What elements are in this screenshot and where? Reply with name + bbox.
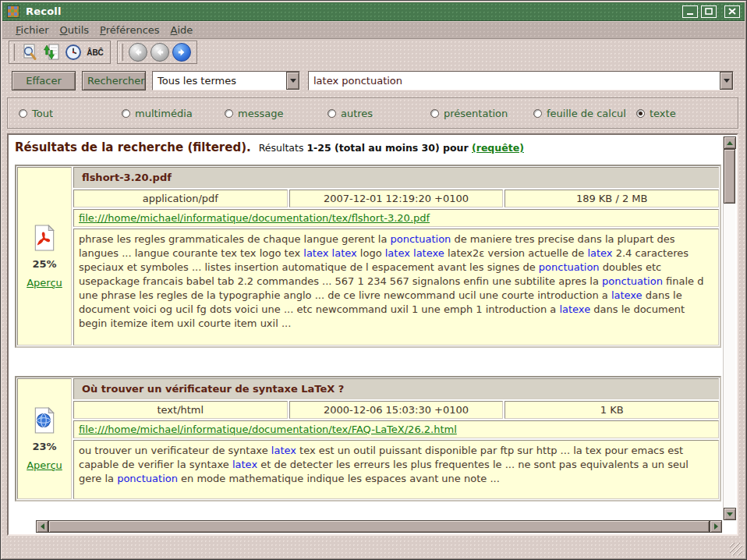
- previous-page-button[interactable]: [150, 43, 169, 62]
- result-snippet: ou trouver un verificateur de syntaxe la…: [73, 440, 719, 499]
- clock-icon: [64, 43, 83, 62]
- matched-term: ponctuation: [391, 233, 451, 245]
- search-document-icon: [20, 43, 39, 62]
- menu-fichier[interactable]: Fichier: [10, 23, 55, 37]
- triangle-right-icon: [714, 523, 718, 530]
- search-input[interactable]: [309, 75, 720, 87]
- close-button[interactable]: [724, 5, 740, 18]
- triangle-left-icon: [41, 523, 44, 530]
- result-details: flshort-3.20.pdf application/pdf 2007-12…: [73, 167, 719, 346]
- vertical-scrollbar-track[interactable]: [724, 149, 735, 508]
- search-query-combo[interactable]: [308, 71, 734, 90]
- snippet-text: logo: [357, 247, 385, 259]
- maximize-button[interactable]: [701, 5, 717, 18]
- document-sort-arrows-icon: [42, 43, 61, 62]
- preview-link[interactable]: Aperçu: [27, 277, 62, 289]
- menu-aide[interactable]: Aide: [165, 23, 199, 37]
- toolbar: ÂBĈ: [2, 40, 745, 65]
- results-header: Résultats de la recherche (filtered).Rés…: [15, 140, 723, 154]
- radio-icon: [636, 109, 645, 118]
- result-url-link[interactable]: file:///home/michael/informatique/docume…: [79, 424, 457, 435]
- scroll-right-button[interactable]: [710, 520, 722, 533]
- snippet-text: ou trouver un verificateur de syntaxe: [79, 445, 271, 456]
- vertical-scrollbar[interactable]: [723, 136, 735, 520]
- horizontal-scrollbar[interactable]: [36, 520, 722, 533]
- results-count-label: Résultats: [259, 142, 307, 154]
- horizontal-scrollbar-thumb[interactable]: [48, 520, 710, 533]
- recoll-window: Recoll Fichier Outils Préférences Aide: [0, 0, 747, 560]
- results-title: Résultats de la recherche (filtered).: [15, 140, 251, 154]
- filter-radio-tout[interactable]: Tout: [19, 108, 122, 119]
- minimize-icon: [686, 8, 694, 15]
- snippet-text: phrase les regles grammaticales de chaqu…: [79, 233, 391, 245]
- term-explorer-button[interactable]: ÂBĈ: [85, 42, 105, 62]
- triangle-down-icon: [727, 512, 733, 516]
- first-page-button[interactable]: [129, 43, 147, 62]
- filter-radio-autres[interactable]: autres: [327, 108, 430, 119]
- document-history-button[interactable]: [63, 42, 83, 62]
- matched-term: ponctuation: [539, 261, 600, 273]
- titlebar[interactable]: Recoll: [2, 2, 745, 21]
- result-meta-row: text/html 2000-12-06 15:03:30 +0100 1 KB: [73, 401, 719, 419]
- radio-icon: [533, 109, 542, 118]
- menu-preferences[interactable]: Préférences: [94, 23, 165, 37]
- radio-icon: [225, 109, 233, 118]
- matched-term: latex: [232, 459, 257, 470]
- result-item-2: 23% Aperçu Où trouver un vérificateur de…: [15, 376, 721, 502]
- toolbar-group-navigation: [117, 41, 197, 64]
- results-range: 1-25 (total au moins 30) pour: [306, 142, 472, 154]
- toolbar-drag-handle[interactable]: [12, 44, 15, 61]
- minimize-button[interactable]: [682, 5, 698, 18]
- search-button[interactable]: Rechercher: [82, 71, 146, 90]
- filter-radio-texte[interactable]: texte: [636, 108, 676, 119]
- scroll-left-button[interactable]: [36, 520, 48, 533]
- matched-term: latex latex: [303, 247, 356, 259]
- query-link[interactable]: (requête): [472, 142, 524, 154]
- result-url-link[interactable]: file:///home/michael/informatique/docume…: [79, 212, 430, 224]
- results-list: Résultats de la recherche (filtered).Rés…: [9, 135, 723, 520]
- toolbar-drag-handle[interactable]: [120, 44, 123, 61]
- radio-icon: [430, 109, 439, 118]
- matched-term: ponctuation: [117, 473, 178, 484]
- advanced-search-button[interactable]: [19, 42, 40, 62]
- menu-outils[interactable]: Outils: [55, 23, 95, 37]
- matched-term: latex latexe: [385, 247, 444, 259]
- radio-icon: [327, 109, 336, 118]
- result-title: Où trouver un vérificateur de syntaxe La…: [73, 378, 719, 399]
- pdf-document-icon[interactable]: [31, 225, 58, 251]
- relevance-percent: 25%: [32, 258, 56, 270]
- category-filter-group: Tout multimédia message autres présentat…: [7, 97, 738, 129]
- result-side-panel: 25% Aperçu: [17, 167, 72, 346]
- radio-icon: [19, 109, 27, 118]
- results-pane: Résultats de la recherche (filtered).Rés…: [7, 133, 738, 536]
- arrow-right-icon: [177, 48, 186, 57]
- filter-radio-multimedia[interactable]: multimédia: [122, 108, 225, 119]
- scroll-up-button[interactable]: [724, 136, 736, 149]
- html-document-icon[interactable]: [31, 407, 58, 434]
- filter-radio-message[interactable]: message: [225, 108, 327, 119]
- result-url-cell: file:///home/michael/informatique/docume…: [73, 420, 719, 438]
- result-date: 2007-12-01 12:19:20 +0100: [289, 190, 504, 207]
- vertical-scrollbar-thumb[interactable]: [724, 149, 735, 204]
- matched-term: ponctuation: [602, 275, 663, 287]
- menubar: Fichier Outils Préférences Aide: [2, 22, 745, 39]
- result-date: 2000-12-06 15:03:30 +0100: [289, 401, 504, 419]
- preview-link[interactable]: Aperçu: [27, 459, 62, 471]
- dropdown-arrow-button[interactable]: [286, 72, 299, 90]
- window-resize-grip[interactable]: [730, 543, 742, 555]
- matched-term: latex: [271, 445, 296, 456]
- search-mode-select[interactable]: Tous les termes: [152, 71, 300, 90]
- filter-radio-presentation[interactable]: présentation: [430, 108, 533, 119]
- toolbar-group-tools: ÂBĈ: [9, 41, 111, 64]
- clear-button[interactable]: Effacer: [12, 71, 76, 90]
- result-mime-type: text/html: [73, 401, 288, 419]
- update-index-button[interactable]: [41, 42, 62, 62]
- matched-term: latexe: [611, 289, 643, 301]
- window-controls: [679, 5, 740, 18]
- filter-radio-feuille-de-calcul[interactable]: feuille de calcul: [533, 108, 636, 119]
- dropdown-arrow-button[interactable]: [720, 72, 733, 90]
- next-page-button[interactable]: [172, 43, 191, 62]
- chevron-down-icon: [290, 79, 296, 83]
- result-details: Où trouver un vérificateur de syntaxe La…: [73, 378, 719, 499]
- scroll-down-button[interactable]: [724, 508, 736, 520]
